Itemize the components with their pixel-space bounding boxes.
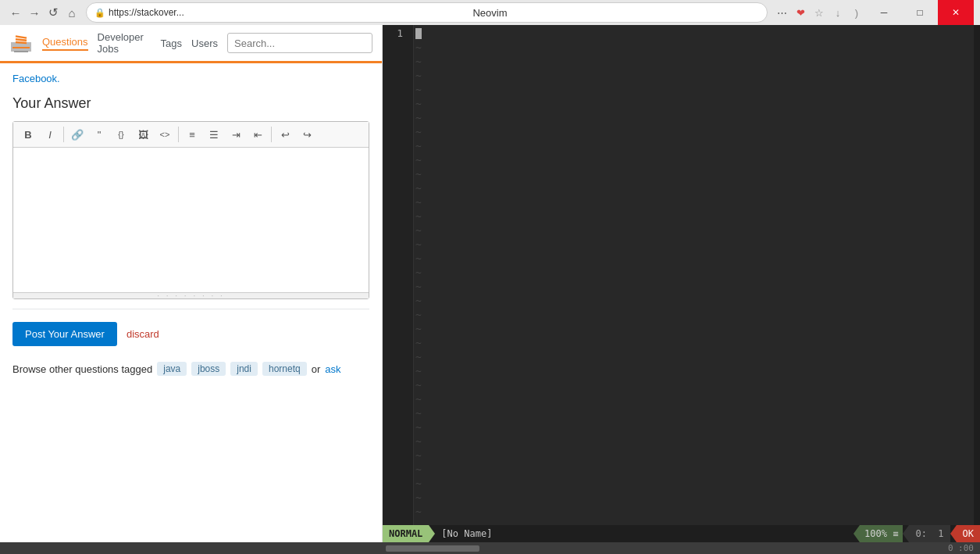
toolbar-sep-3 (271, 127, 272, 142)
nav-tags[interactable]: Tags (161, 38, 182, 49)
code-button[interactable]: {} (111, 125, 131, 144)
download-button[interactable]: ↓ (829, 3, 847, 22)
answer-editor: B I 🔗 " {} 🖼 <> ≡ ☰ ⇥ ⇤ ↩ (12, 121, 369, 299)
title-bar: ← → ↺ ⌂ 🔒 https://stackover... ⋯ ❤ ☆ ↓ )… (0, 0, 980, 25)
tag-jboss[interactable]: jboss (191, 362, 226, 376)
facebook-link[interactable]: Facebook. (12, 73, 369, 84)
forward-button[interactable]: → (25, 3, 44, 22)
status-ok: OK (957, 525, 980, 542)
home-button[interactable]: ⌂ (62, 3, 81, 22)
cursor (415, 28, 422, 39)
spacer (12, 316, 369, 322)
bold-button[interactable]: B (18, 125, 38, 144)
your-answer-heading: Your Answer (12, 95, 369, 112)
bottom-right-info: 0 :00 (942, 543, 980, 553)
maximize-button[interactable]: □ (902, 0, 938, 25)
address-text: https://stackover... (109, 7, 184, 18)
outdent-button[interactable]: ⇤ (248, 125, 268, 144)
editor-toolbar: B I 🔗 " {} 🖼 <> ≡ ☰ ⇥ ⇤ ↩ (13, 122, 369, 148)
scrollbar-handle[interactable] (386, 545, 479, 552)
nav-questions[interactable]: Questions (42, 36, 88, 51)
undo-button[interactable]: ↩ (275, 125, 295, 144)
resize-dots: · · · · · · · · (157, 291, 225, 300)
so-topbar: Questions Developer Jobs Tags Users (0, 25, 382, 63)
so-logo[interactable] (9, 31, 33, 55)
current-line (415, 27, 422, 41)
scrollbar-track-area (0, 545, 942, 552)
browse-or: or (312, 363, 321, 375)
lines-icon: ≡ (893, 528, 898, 539)
italic-button[interactable]: I (40, 125, 60, 144)
tag-hornetq[interactable]: hornetq (262, 362, 307, 376)
back-button[interactable]: ← (6, 3, 25, 22)
line-numbers: 1 (383, 25, 408, 525)
action-buttons: Post Your Answer discard (12, 322, 369, 346)
blockquote-button[interactable]: " (89, 125, 109, 144)
svg-line-4 (16, 39, 27, 41)
redo-button[interactable]: ↪ (297, 125, 317, 144)
separator (12, 309, 369, 309)
status-lines: 0: 1 (909, 525, 950, 542)
status-normal-arrow (429, 525, 435, 542)
line-number-1: 1 (383, 27, 408, 41)
neovim-gutter (408, 25, 414, 525)
security-icon: 🔒 (94, 8, 105, 18)
svg-rect-1 (12, 47, 30, 48)
tag-jndi[interactable]: jndi (230, 362, 258, 376)
tag-java[interactable]: java (157, 362, 187, 376)
status-percent-left-arrow (853, 525, 860, 542)
status-percent: 100% ≡ (860, 525, 903, 542)
ordered-list-button[interactable]: ≡ (182, 125, 202, 144)
discard-link[interactable]: discard (127, 328, 159, 340)
search-input[interactable] (227, 33, 372, 53)
toolbar-sep-2 (178, 127, 179, 142)
neovim-editor[interactable]: 1 ~ ~ ~ ~ ~ ~ ~ ~ ~ (383, 25, 980, 525)
bottom-scrollbar: 0 :00 (0, 542, 980, 554)
browse-text: Browse other questions tagged (12, 363, 152, 375)
close-button[interactable]: ✕ (938, 0, 974, 25)
nav-developer-jobs[interactable]: Developer Jobs (98, 31, 151, 55)
bookmark-button[interactable]: ☆ (810, 3, 829, 22)
browser-window: ← → ↺ ⌂ 🔒 https://stackover... ⋯ ❤ ☆ ↓ )… (0, 0, 980, 554)
pocket-button[interactable]: ❤ (791, 3, 810, 22)
svg-line-3 (16, 36, 27, 39)
more-button[interactable]: ⋯ (772, 3, 791, 22)
right-gutter (974, 25, 980, 525)
resize-handle[interactable]: · · · · · · · · (13, 292, 369, 298)
status-ok-left-arrow (950, 525, 957, 542)
tilde-lines: ~ ~ ~ ~ ~ ~ ~ ~ ~ ~ ~ ~ ~ ~ ~ ~ ~ (415, 41, 980, 525)
status-normal: NORMAL (383, 525, 429, 542)
link-button[interactable]: 🔗 (67, 125, 87, 144)
reload-button[interactable]: ↺ (44, 3, 62, 22)
minimize-button[interactable]: ─ (866, 0, 902, 25)
browse-tags-section: Browse other questions tagged java jboss… (12, 362, 369, 376)
ask-link[interactable]: ask (325, 363, 340, 375)
so-content: Facebook. Your Answer B I 🔗 " {} 🖼 <> (0, 63, 382, 542)
stackoverflow-panel: Questions Developer Jobs Tags Users Face… (0, 25, 383, 542)
rss-button[interactable]: ) (847, 3, 866, 22)
html-button[interactable]: <> (155, 125, 175, 144)
window-controls: ─ □ ✕ (866, 0, 974, 25)
image-button[interactable]: 🖼 (133, 125, 153, 144)
neovim-panel: 1 ~ ~ ~ ~ ~ ~ ~ ~ ~ (383, 25, 980, 542)
toolbar-sep-1 (63, 127, 64, 142)
status-right: 100% ≡ 0: 1 OK (853, 525, 980, 542)
neovim-statusbar: NORMAL [No Name] 100% ≡ 0: 1 OK (383, 525, 980, 542)
neovim-window-title: Neovim (472, 7, 507, 19)
nav-users[interactable]: Users (191, 38, 218, 49)
main-content: Questions Developer Jobs Tags Users Face… (0, 25, 980, 542)
status-lines-left-arrow (903, 525, 909, 542)
editor-body[interactable] (13, 148, 369, 292)
unordered-list-button[interactable]: ☰ (204, 125, 224, 144)
svg-line-5 (16, 42, 27, 43)
indent-button[interactable]: ⇥ (226, 125, 246, 144)
so-logo-icon (9, 31, 33, 55)
address-bar[interactable]: 🔒 https://stackover... (86, 2, 768, 23)
post-answer-button[interactable]: Post Your Answer (12, 322, 117, 346)
status-filename: [No Name] (435, 528, 853, 539)
